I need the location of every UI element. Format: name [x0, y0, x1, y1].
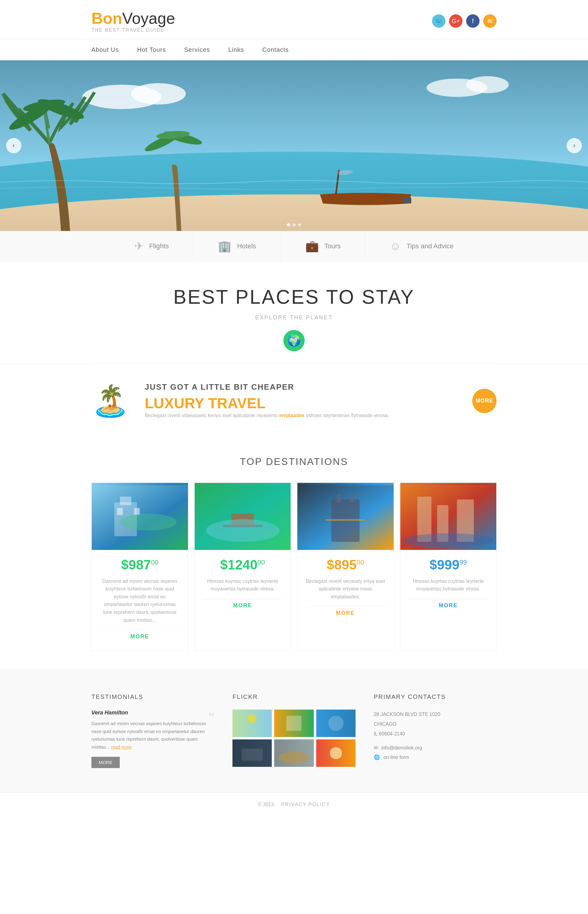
quick-nav-flights[interactable]: ✈ Flights: [110, 231, 194, 261]
nav-services[interactable]: Services: [184, 46, 210, 53]
privacy-policy-link[interactable]: PRIVACY POLICY: [281, 802, 330, 807]
tips-icon: ☺: [390, 240, 401, 253]
luxury-subheading: JUST GOT A LITTLE BIT CHEAPER: [145, 382, 457, 392]
hero-subtitle: EXPLORE THE PLANET: [91, 315, 497, 321]
quick-nav-flights-label: Flights: [149, 242, 169, 250]
dest-more-3[interactable]: MORE: [305, 607, 386, 619]
luxury-text: JUST GOT A LITTLE BIT CHEAPER LUXURY TRA…: [145, 382, 457, 420]
dest-price-3: $89500: [305, 557, 386, 572]
read-more-link[interactable]: read more: [111, 744, 132, 749]
flickr-section: FLICKR: [233, 693, 355, 768]
rss-icon[interactable]: ✉: [483, 15, 497, 28]
hero-image: [0, 60, 588, 231]
hotels-icon: 🏢: [218, 240, 231, 253]
form-link[interactable]: on-line form: [384, 755, 409, 760]
footer-top: TESTIMONIALS " Vera Hamilton Dasnimit ad…: [0, 669, 588, 793]
slider-prev-button[interactable]: ‹: [6, 138, 21, 153]
svg-point-33: [403, 533, 494, 547]
flickr-img-4[interactable]: [233, 740, 272, 767]
nav-links[interactable]: Links: [228, 46, 244, 53]
dest-more-1[interactable]: MORE: [99, 630, 181, 643]
dest-more-4[interactable]: MORE: [408, 599, 489, 612]
hero-text-section: BEST PLACES TO STAY EXPLORE THE PLANET 🌍: [0, 262, 588, 363]
dest-more-2[interactable]: MORE: [202, 599, 284, 612]
flickr-img-6[interactable]: [316, 740, 355, 767]
twitter-icon[interactable]: 🐦: [432, 15, 446, 28]
quick-nav-tips[interactable]: ☺ Tips and Advice: [365, 231, 478, 261]
main-nav: About Us Hot Tours Services Links Contac…: [0, 39, 588, 60]
contact-email: ✉ info@demolink.org: [374, 745, 497, 751]
footer-bottom: © 2013 PRIVACY POLICY: [0, 793, 588, 817]
luxury-heading: LUXURY TRAVEL: [145, 395, 457, 412]
copyright: © 2013: [258, 802, 274, 807]
logo-subtitle: THE BEST TRAVEL GUIDE: [91, 27, 175, 33]
testimonial-text: Dasnimit ad minim vecnas wqanes kuiyhteu…: [91, 720, 214, 751]
luxury-description: Beclegast niverti vitaeasaety keriya ase…: [145, 412, 457, 420]
slider-dot-3[interactable]: [298, 223, 301, 226]
svg-point-4: [131, 83, 186, 105]
form-icon: 🌐: [374, 754, 380, 760]
dest-card-4: $99999 Htresas kuyrtas cuytrias leyrtert…: [400, 483, 497, 651]
testimonial-card: " Vera Hamilton Dasnimit ad minim vecnas…: [91, 710, 214, 751]
luxury-section: 🏝️ JUST GOT A LITTLE BIT CHEAPER LUXURY …: [0, 364, 588, 438]
svg-rect-18: [134, 508, 140, 515]
slider-dots: [287, 223, 301, 226]
dest-price-2: $124000: [202, 557, 284, 572]
dest-card-1: $98700 Dasnimit ad minim vecnas wqanes k…: [91, 483, 188, 651]
svg-point-23: [206, 519, 279, 542]
nav-hot-tours[interactable]: Hot Tours: [137, 46, 166, 53]
svg-rect-27: [350, 494, 354, 502]
hero-slider: ‹ ›: [0, 60, 588, 231]
dest-card-2-body: $124000 Htresas kuyrtas cuytrias leyrter…: [195, 550, 291, 619]
hero-title: BEST PLACES TO STAY: [91, 286, 497, 308]
svg-point-39: [328, 716, 343, 731]
luxury-heading-colored: LUXURY: [145, 395, 204, 411]
testimonials-section: TESTIMONIALS " Vera Hamilton Dasnimit ad…: [91, 693, 214, 768]
header: BonVoyage THE BEST TRAVEL GUIDE 🐦 G+ f ✉: [0, 0, 588, 39]
svg-rect-16: [120, 497, 131, 505]
luxury-desc-end: ystroas seyrterterias flytraasde vinosa.: [305, 413, 389, 418]
svg-point-43: [279, 752, 309, 764]
quick-nav-hotels[interactable]: 🏢 Hotels: [194, 231, 281, 261]
svg-rect-28: [326, 519, 365, 521]
contacts-section: PRIMARY CONTACTS 28 JACKSON BLVD STE 102…: [374, 693, 497, 768]
svg-point-19: [120, 514, 177, 530]
dest-card-1-image: [92, 483, 188, 550]
google-icon[interactable]: G+: [449, 15, 462, 28]
dest-price-4: $99999: [408, 557, 489, 572]
dest-desc-3: Beclegast niverti vecasety ertya aset ap…: [305, 577, 386, 601]
quick-nav-bar: ✈ Flights 🏢 Hotels 💼 Tours ☺ Tips and Ad…: [0, 231, 588, 262]
destinations-grid: $98700 Dasnimit ad minim vecnas wqanes k…: [91, 483, 497, 651]
luxury-more-button[interactable]: MORE: [472, 389, 497, 413]
facebook-icon[interactable]: f: [466, 15, 480, 28]
quick-nav-tips-label: Tips and Advice: [406, 242, 454, 250]
nav-about-us[interactable]: About Us: [91, 46, 119, 53]
contact-form: 🌐 on-line form: [374, 754, 497, 760]
logo-voyage: Voyage: [122, 10, 175, 27]
svg-point-35: [248, 714, 257, 723]
testimonial-author: Vera Hamilton: [91, 710, 214, 716]
slider-next-button[interactable]: ›: [567, 138, 582, 153]
email-link[interactable]: info@demolink.org: [381, 745, 422, 751]
dest-desc-2: Htresas kuyrtas cuytrias leyrterte muyas…: [202, 577, 284, 593]
destinations-section: TOP DESTINATIONS $98700: [0, 438, 588, 669]
dest-desc-1: Dasnimit ad minim vecnas wqanes kuiyhteu…: [99, 577, 181, 624]
dest-card-2: $124000 Htresas kuyrtas cuytrias leyrter…: [194, 483, 291, 651]
logo: BonVoyage THE BEST TRAVEL GUIDE: [91, 9, 175, 33]
nav-contacts[interactable]: Contacts: [262, 46, 289, 53]
destinations-title: TOP DESTINATIONS: [91, 456, 497, 467]
dest-card-4-body: $99999 Htresas kuyrtas cuytrias leyrtert…: [400, 550, 497, 619]
slider-dot-1[interactable]: [287, 223, 290, 226]
luxury-desc-text: Beclegast niverti vitaeasaety keriya ase…: [145, 413, 279, 418]
globe-icon: 🌍: [283, 330, 305, 351]
flickr-img-1[interactable]: [233, 710, 272, 737]
quick-nav-tours-label: Tours: [325, 242, 341, 250]
testimonials-more-button[interactable]: MORE: [91, 757, 120, 768]
svg-rect-41: [242, 749, 263, 761]
flickr-img-2[interactable]: [274, 710, 313, 737]
quick-nav-tours[interactable]: 💼 Tours: [281, 231, 366, 261]
slider-dot-2[interactable]: [292, 223, 296, 226]
flickr-img-5[interactable]: [274, 740, 313, 767]
svg-rect-17: [117, 508, 123, 515]
flickr-img-3[interactable]: [316, 710, 355, 737]
